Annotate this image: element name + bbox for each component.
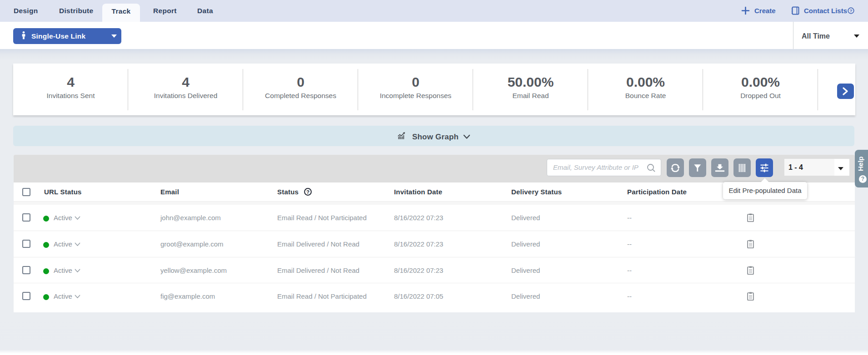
svg-text:?: ? bbox=[306, 189, 309, 195]
svg-text:?: ? bbox=[850, 8, 853, 13]
